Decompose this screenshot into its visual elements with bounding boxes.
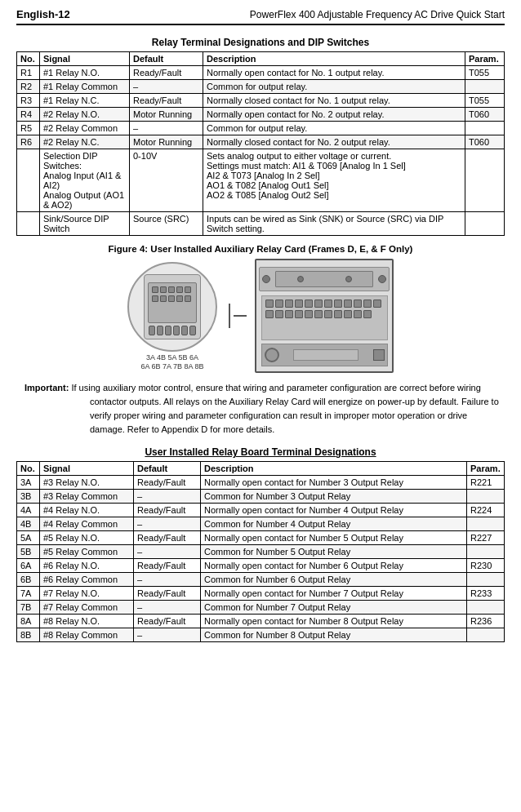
cell-param: R224 (467, 504, 505, 517)
cell-default: – (134, 490, 201, 504)
important-text: Important: If using auxiliary motor cont… (90, 381, 505, 437)
cell-default: Ready/Fault (134, 615, 201, 628)
cell-default: Ready/Fault (130, 94, 203, 108)
cell-signal: #2 Relay N.C. (40, 135, 130, 149)
cell-description: Common for Number 3 Output Relay (201, 490, 467, 504)
important-label: Important: (24, 383, 69, 393)
cell-no: 5A (17, 531, 40, 545)
cell-description: Normally closed contact for No. 2 output… (203, 135, 465, 149)
cell-signal: #1 Relay N.O. (40, 66, 130, 80)
cell-signal: #1 Relay Common (40, 80, 130, 94)
cell-description: Normally open contact for Number 4 Outpu… (201, 504, 467, 517)
figure-section: Figure 4: User Installed Auxiliary Relay… (16, 244, 505, 373)
cell-param: R236 (467, 615, 505, 628)
cell-signal: #2 Relay Common (40, 122, 130, 135)
cell-param (467, 517, 505, 531)
cell-default: Ready/Fault (134, 531, 201, 545)
cell-default: – (134, 601, 201, 615)
cell-default: – (130, 80, 203, 94)
cell-param: T060 (465, 108, 505, 122)
table-row: 7B #7 Relay Common – Common for Number 7… (17, 601, 505, 615)
cell-default: 0-10V (130, 149, 203, 212)
cell-description: Common for Number 8 Output Relay (201, 628, 467, 642)
cell-signal: #1 Relay N.C. (40, 94, 130, 108)
cell-signal: #4 Relay Common (40, 517, 134, 531)
cell-param (467, 490, 505, 504)
relay-card-inner (144, 274, 201, 339)
cell-description: Common for output relay. (203, 122, 465, 135)
table-row: R5 #2 Relay Common – Common for output r… (17, 122, 505, 135)
cell-no: R1 (17, 66, 40, 80)
col-no: No. (17, 52, 40, 66)
cell-no: R2 (17, 80, 40, 94)
table-row: 8A #8 Relay N.O. Ready/Fault Normally op… (17, 615, 505, 628)
table-row: R2 #1 Relay Common – Common for output r… (17, 80, 505, 94)
cell-param: R230 (467, 559, 505, 573)
cell-description: Common for output relay. (203, 80, 465, 94)
cell-description: Normally open contact for Number 6 Outpu… (201, 559, 467, 573)
cell-default: Motor Running (130, 108, 203, 122)
cell-no: R5 (17, 122, 40, 135)
cell-no: R4 (17, 108, 40, 122)
cell-default: Motor Running (130, 135, 203, 149)
col-default: Default (130, 52, 203, 66)
cell-no: 7B (17, 601, 40, 615)
table-row: R3 #1 Relay N.C. Ready/Fault Normally cl… (17, 94, 505, 108)
cell-description: Normally open contact for Number 7 Outpu… (201, 587, 467, 601)
drive-top (259, 267, 390, 291)
cell-description: Normally open contact for No. 2 output r… (203, 108, 465, 122)
cell-no: 8B (17, 628, 40, 642)
connector (225, 304, 247, 328)
cell-description: Normally open contact for Number 3 Outpu… (201, 476, 467, 490)
cell-description: Inputs can be wired as Sink (SNK) or Sou… (203, 212, 465, 236)
relay-card-circle (127, 262, 217, 352)
cell-signal: #3 Relay Common (40, 490, 134, 504)
cell-param: R221 (467, 476, 505, 490)
cell-no: 3B (17, 490, 40, 504)
cell-signal: #5 Relay N.O. (40, 531, 134, 545)
table-row: 5A #5 Relay N.O. Ready/Fault Normally op… (17, 531, 505, 545)
important-body: If using auxiliary motor control, ensure… (71, 383, 498, 434)
relay-board-table-title: User Installed Relay Board Terminal Desi… (16, 446, 505, 458)
table-row: R4 #2 Relay N.O. Motor Running Normally … (17, 108, 505, 122)
cell-no: 7A (17, 587, 40, 601)
cell-description: Common for Number 6 Output Relay (201, 573, 467, 587)
cell-signal: #6 Relay Common (40, 573, 134, 587)
cell-param (465, 149, 505, 212)
cell-no: R3 (17, 94, 40, 108)
table-row: R6 #2 Relay N.C. Motor Running Normally … (17, 135, 505, 149)
cell-signal: #8 Relay Common (40, 628, 134, 642)
cell-description: Normally closed contact for No. 1 output… (203, 94, 465, 108)
cell-signal: #4 Relay N.O. (40, 504, 134, 517)
table-row: 5B #5 Relay Common – Common for Number 5… (17, 545, 505, 559)
cell-no: 8A (17, 615, 40, 628)
figure-title: Figure 4: User Installed Auxiliary Relay… (16, 244, 505, 254)
cell-param: R227 (467, 531, 505, 545)
figure-content: 3A 4B 5A 5B 6A 6A 6B 7A 7B 8A 8B (16, 259, 505, 373)
cell-default: – (130, 122, 203, 135)
table-row: 8B #8 Relay Common – Common for Number 8… (17, 628, 505, 642)
cell-no: 3A (17, 476, 40, 490)
table-row: 7A #7 Relay N.O. Ready/Fault Normally op… (17, 587, 505, 601)
page-number: English-12 (16, 8, 70, 20)
board-col-no: No. (17, 462, 40, 476)
cell-signal: #6 Relay N.O. (40, 559, 134, 573)
cell-param: T055 (465, 94, 505, 108)
relay-board-table: No. Signal Default Description Param. 3A… (16, 461, 505, 642)
cell-description: Common for Number 4 Output Relay (201, 517, 467, 531)
cell-description: Common for Number 5 Output Relay (201, 545, 467, 559)
cell-param (467, 573, 505, 587)
cell-signal: #7 Relay Common (40, 601, 134, 615)
cell-signal: Sink/Source DIP Switch (40, 212, 130, 236)
board-col-desc: Description (201, 462, 467, 476)
cell-default: – (134, 517, 201, 531)
cell-description: Common for Number 7 Output Relay (201, 601, 467, 615)
cell-default: Ready/Fault (130, 66, 203, 80)
cell-param: T060 (465, 135, 505, 149)
cell-default: – (134, 545, 201, 559)
cell-signal: #5 Relay Common (40, 545, 134, 559)
cell-param (465, 122, 505, 135)
cell-default: Ready/Fault (134, 476, 201, 490)
page-header: English-12 PowerFlex 400 Adjustable Freq… (16, 8, 505, 25)
dip-row: Sink/Source DIP Switch Source (SRC) Inpu… (17, 212, 505, 236)
